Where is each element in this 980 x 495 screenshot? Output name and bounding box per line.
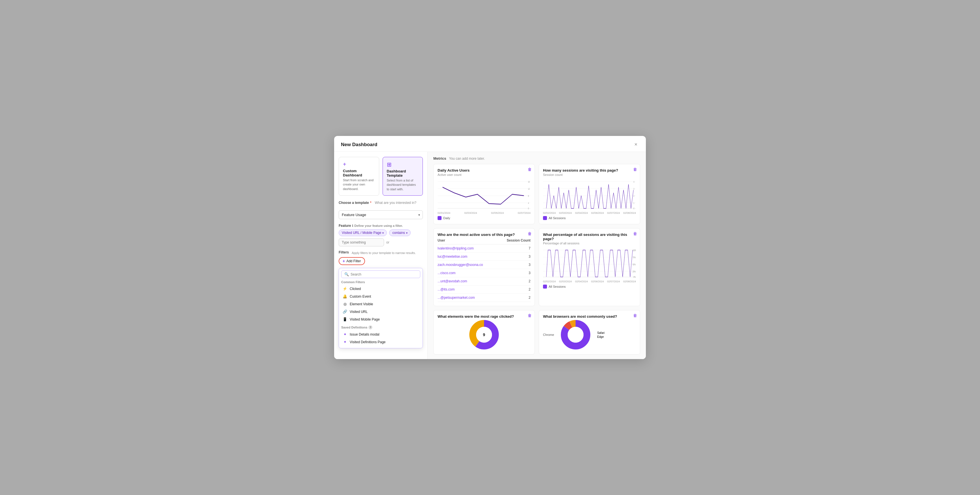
user-cell: zach.moosbrugger@soona.co	[438, 261, 498, 269]
most-active-users-card: Who are the most active users of this pa…	[433, 228, 535, 306]
svg-text:4: 4	[633, 180, 634, 183]
template-dropdown-wrapper: Feature Usage	[339, 210, 423, 219]
feature-info-icon: ℹ	[352, 224, 353, 228]
filter-item-custom-event[interactable]: 🔔 Custom Event	[341, 292, 420, 300]
add-filter-button[interactable]: + Add Filter	[339, 257, 365, 265]
table-row: ...unt@avodah.com 2	[438, 277, 531, 286]
legend-label: Daily	[443, 216, 450, 220]
svg-text:75%: 75%	[633, 256, 636, 259]
custom-dashboard-card[interactable]: + Custom Dashboard Start from scratch an…	[339, 157, 379, 196]
saved-item-visited-definitions[interactable]: ✦ Visited Definitions Page	[341, 338, 420, 346]
svg-text:1: 1	[633, 201, 634, 205]
dashboard-template-card[interactable]: ⊞ Dashboard Template Select from a list …	[383, 157, 423, 196]
filter-item-label: Visited Mobile Page	[350, 317, 380, 321]
edge-label: Edge	[597, 335, 605, 338]
delete-chart-button[interactable]: 🗑	[528, 167, 532, 171]
feature-section: Feature ℹ Define your feature using a fi…	[339, 224, 423, 246]
template-options: + Custom Dashboard Start from scratch an…	[339, 157, 423, 196]
filter-item-clicked[interactable]: ⚡ Clicked	[341, 285, 420, 292]
modal-header: New Dashboard ×	[334, 136, 646, 152]
svg-text:12: 12	[528, 187, 530, 190]
donut-value: 9	[483, 332, 485, 337]
rage-clicked-card: What elements were the most rage clicked…	[433, 310, 535, 355]
svg-text:3: 3	[633, 187, 634, 190]
left-panel: + Custom Dashboard Start from scratch an…	[334, 152, 428, 359]
browsers-card: What browsers are most commonly used? 🗑 …	[539, 310, 640, 355]
charts-grid: Daily Active Users Active user count 🗑	[433, 164, 640, 355]
svg-text:2: 2	[633, 194, 634, 197]
user-cell: luc@meetelise.com	[438, 252, 498, 261]
filter-item-element-visible[interactable]: ◎ Element Visible	[341, 300, 420, 308]
metrics-sub: You can add more later.	[449, 157, 485, 160]
filter-item-label: Custom Event	[350, 295, 371, 298]
search-input[interactable]	[350, 273, 417, 276]
pct-chart-svg: 100% 75% 50% 25% 0%	[543, 247, 636, 278]
count-col-header: Session Count	[498, 237, 531, 244]
close-button[interactable]: ×	[633, 141, 639, 148]
search-row: 🔍	[341, 270, 420, 278]
saved-icon: ✦	[342, 340, 347, 344]
session-count-card: How many sessions are visiting this page…	[539, 164, 640, 224]
delete-chart-button[interactable]: 🗑	[528, 232, 532, 236]
filter-item-label: Clicked	[350, 287, 361, 291]
saved-definitions-section: Saved Definitions ? ✦ Issue Details moda…	[341, 325, 420, 346]
mobile-icon: 📱	[342, 317, 347, 321]
svg-text:16: 16	[528, 180, 530, 183]
delete-chart-button[interactable]: 🗑	[633, 167, 637, 171]
count-cell: 2	[498, 294, 531, 302]
saved-label: Saved Definitions ?	[341, 325, 420, 329]
session-line-chart: 4 3 2 1 0	[543, 179, 636, 210]
table-row: ...@its.com 2	[438, 286, 531, 294]
pill2-caret: ▾	[406, 232, 407, 235]
user-cell: lvalentino@rippling.com	[438, 244, 498, 252]
right-panel: Metrics You can add more later. Daily Ac…	[428, 152, 646, 359]
filter-item-visited-url[interactable]: 🔗 Visited URL	[341, 308, 420, 316]
url-mobile-page-pill[interactable]: Visited URL / Mobile Page ▾	[339, 229, 387, 236]
table-row: ...cisco.com 3	[438, 269, 531, 277]
filter-item-label: Visited URL	[350, 310, 368, 314]
choose-label: Choose a template *	[339, 201, 371, 205]
line-chart-svg: 16 12 8 4 0	[438, 179, 531, 210]
type-input[interactable]	[339, 238, 384, 246]
chart-subtitle: Active user count	[438, 173, 531, 176]
chart-subtitle: Percentage of all sessions	[543, 241, 636, 245]
svg-text:50%: 50%	[633, 263, 636, 266]
template-select[interactable]: Feature Usage	[339, 210, 423, 219]
choose-template-row: Choose a template * What are you interes…	[339, 201, 423, 206]
new-dashboard-modal: New Dashboard × + Custom Dashboard Start…	[334, 136, 646, 359]
pill1-caret: ▾	[382, 232, 384, 235]
filter-pills: Visited URL / Mobile Page ▾ contains ▾	[339, 229, 423, 236]
saved-item-label: Visited Definitions Page	[350, 340, 386, 344]
link-icon: 🔗	[342, 309, 347, 314]
contains-pill[interactable]: contains ▾	[389, 229, 410, 236]
safari-label: Safari	[597, 331, 605, 335]
element-visible-icon: ◎	[342, 302, 347, 306]
svg-text:25%: 25%	[633, 270, 636, 273]
user-cell: ...unt@avodah.com	[438, 277, 498, 286]
legend-check-icon	[543, 285, 547, 289]
delete-chart-button[interactable]: 🗑	[633, 232, 637, 236]
svg-text:8: 8	[528, 194, 529, 197]
svg-text:100%: 100%	[633, 249, 636, 252]
chrome-label: Chrome	[543, 333, 554, 336]
delete-chart-button[interactable]: 🗑	[633, 313, 637, 318]
delete-chart-button[interactable]: 🗑	[528, 313, 532, 318]
chart-title: How many sessions are visiting this page…	[543, 168, 636, 173]
filters-desc: Apply filters to your template to narrow…	[352, 251, 416, 255]
saved-item-label: Issue Details modal	[350, 332, 379, 336]
legend-check-icon	[438, 216, 442, 220]
count-cell: 2	[498, 286, 531, 294]
x-labels: 02/02/2024 02/03/2024 02/04/2024 02/06/2…	[543, 211, 636, 214]
filter-item-visited-mobile[interactable]: 📱 Visited Mobile Page	[341, 316, 420, 323]
svg-point-36	[568, 327, 584, 343]
chart-subtitle: Session count	[543, 173, 636, 176]
svg-text:0: 0	[528, 207, 529, 210]
chart-title: Who are the most active users of this pa…	[438, 233, 531, 237]
saved-item-issue-details[interactable]: ✦ Issue Details modal	[341, 330, 420, 338]
filters-label: Filters	[339, 250, 349, 254]
svg-text:0%: 0%	[633, 275, 636, 278]
template-card-desc: Select from a list of dashboard template…	[387, 178, 419, 192]
browser-donut-wrapper	[558, 319, 593, 350]
plus-icon: +	[343, 259, 345, 263]
browser-chart-row: Chrome	[543, 319, 636, 350]
